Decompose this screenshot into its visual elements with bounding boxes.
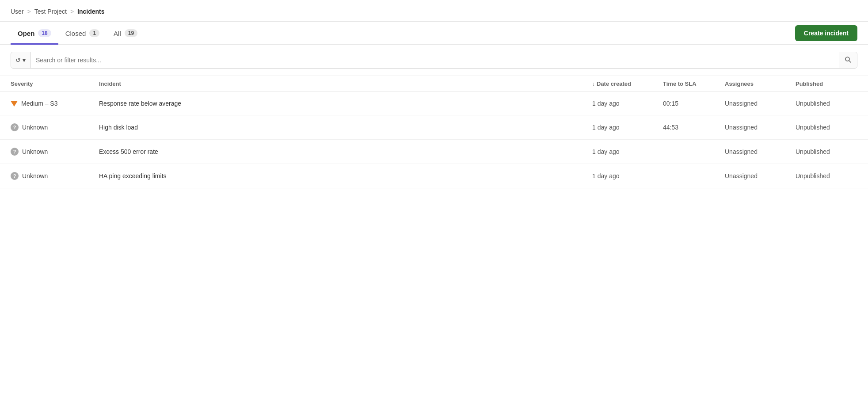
incident-name: HA ping exceeding limits [99,172,592,179]
assignees-cell: Unassigned [725,148,796,155]
search-input[interactable] [30,57,839,64]
published-cell: Unpublished [796,124,857,131]
severity-cell: ? Unknown [11,148,99,156]
severity-label: Unknown [22,148,48,155]
severity-cell: ? Unknown [11,123,99,131]
published-cell: Unpublished [796,100,857,107]
tab-closed-label: Closed [65,30,86,37]
col-incident: Incident [99,80,592,87]
table-row[interactable]: ? Unknown High disk load 1 day ago 44:53… [0,115,868,140]
severity-unknown-icon: ? [11,148,19,156]
incident-name: High disk load [99,124,592,131]
search-icon [845,56,852,65]
breadcrumb-current: Incidents [77,8,104,15]
tab-closed-badge: 1 [89,29,99,37]
tab-all-badge: 19 [125,29,137,37]
search-submit-button[interactable] [839,52,857,68]
date-created-cell: 1 day ago [592,148,663,155]
incident-name: Excess 500 error rate [99,148,592,155]
tab-all-label: All [114,30,121,37]
severity-medium-icon [11,101,18,107]
time-to-sla-cell: 00:15 [663,100,725,107]
tab-closed[interactable]: Closed 1 [58,22,107,45]
assignees-cell: Unassigned [725,124,796,131]
history-icon: ↺ [15,57,21,64]
published-cell: Unpublished [796,172,857,179]
time-to-sla-cell: 44:53 [663,124,725,131]
breadcrumb: User > Test Project > Incidents [0,0,868,22]
severity-unknown-icon: ? [11,172,19,180]
search-bar: ↺ ▾ [0,45,868,76]
published-cell: Unpublished [796,148,857,155]
date-created-cell: 1 day ago [592,100,663,107]
tab-open-label: Open [18,30,34,37]
assignees-cell: Unassigned [725,100,796,107]
tab-all[interactable]: All 19 [107,22,145,45]
svg-line-1 [849,61,851,62]
table-row[interactable]: Medium – S3 Response rate below average … [0,92,868,115]
tab-open-badge: 18 [38,29,51,37]
severity-label: Unknown [22,124,48,131]
sort-icon: ↓ [592,81,595,87]
col-date-label: Date created [597,80,631,87]
create-incident-button[interactable]: Create incident [795,25,857,41]
incident-name: Response rate below average [99,100,592,107]
severity-unknown-icon: ? [11,123,19,131]
col-assignees: Assignees [725,80,796,87]
col-time-to-sla: Time to SLA [663,80,725,87]
breadcrumb-project[interactable]: Test Project [34,8,67,15]
date-created-cell: 1 day ago [592,172,663,179]
chevron-down-icon: ▾ [23,57,26,64]
breadcrumb-sep1: > [27,8,31,15]
severity-cell: Medium – S3 [11,100,99,107]
col-date-created[interactable]: ↓ Date created [592,80,663,87]
tab-open[interactable]: Open 18 [11,22,58,45]
tabs-container: Open 18 Closed 1 All 19 [11,22,145,44]
search-wrapper: ↺ ▾ [11,52,857,69]
table-row[interactable]: ? Unknown Excess 500 error rate 1 day ag… [0,140,868,164]
assignees-cell: Unassigned [725,172,796,179]
table-row[interactable]: ? Unknown HA ping exceeding limits 1 day… [0,164,868,188]
search-history-button[interactable]: ↺ ▾ [11,52,30,68]
col-published: Published [796,80,857,87]
date-created-cell: 1 day ago [592,124,663,131]
col-severity: Severity [11,80,99,87]
severity-cell: ? Unknown [11,172,99,180]
table-body: Medium – S3 Response rate below average … [0,92,868,188]
table-header: Severity Incident ↓ Date created Time to… [0,76,868,92]
breadcrumb-sep2: > [70,8,74,15]
severity-label: Medium – S3 [21,100,57,107]
tabs-bar: Open 18 Closed 1 All 19 Create incident [0,22,868,45]
severity-label: Unknown [22,172,48,179]
breadcrumb-user[interactable]: User [11,8,24,15]
